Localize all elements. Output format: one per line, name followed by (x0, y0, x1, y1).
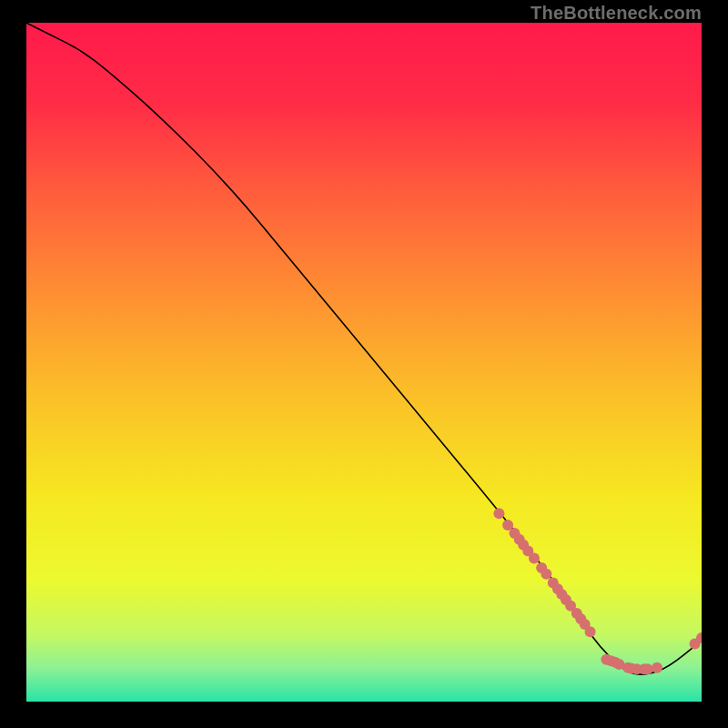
chart-marker (529, 553, 540, 564)
chart-plot (26, 23, 702, 702)
chart-background (26, 23, 702, 702)
chart-container: TheBottleneck.com (0, 0, 728, 728)
chart-marker (493, 508, 504, 519)
chart-marker (642, 663, 653, 674)
watermark-text: TheBottleneck.com (531, 3, 702, 24)
chart-marker (541, 569, 551, 580)
chart-marker (585, 626, 596, 637)
chart-marker (652, 662, 662, 673)
